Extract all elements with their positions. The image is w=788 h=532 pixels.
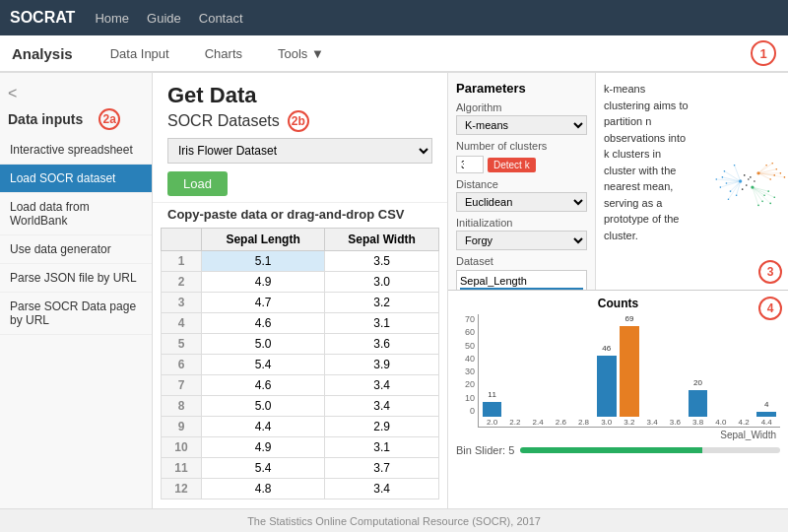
svg-point-36 xyxy=(773,174,775,176)
svg-point-42 xyxy=(767,190,769,192)
svg-point-47 xyxy=(743,174,745,176)
cell-2: 3.5 xyxy=(325,251,439,272)
bar-wrapper: 2.8 xyxy=(572,314,595,427)
svg-point-31 xyxy=(735,194,737,196)
bar-wrapper: 693.2 xyxy=(618,314,640,427)
row-number: 9 xyxy=(162,417,202,437)
row-number: 4 xyxy=(162,313,202,334)
table-row: 15.13.5 xyxy=(162,251,439,272)
bars-container: 112.02.22.42.62.8463.0693.23.43.6203.84.… xyxy=(478,314,780,428)
cell-1: 5.0 xyxy=(202,334,325,355)
svg-point-45 xyxy=(769,203,771,205)
table-row: 104.93.1 xyxy=(162,437,439,458)
footer-text: The Statistics Online Computational Reso… xyxy=(247,515,541,527)
svg-point-48 xyxy=(748,178,750,180)
sidebar-item-spreadsheet[interactable]: Interactive spreadsheet xyxy=(0,136,152,165)
bar-wrapper: 203.8 xyxy=(687,314,709,427)
nav-guide[interactable]: Guide xyxy=(147,11,181,26)
annotation-3: 3 xyxy=(758,260,782,284)
svg-point-29 xyxy=(733,165,735,166)
load-button[interactable]: Load xyxy=(167,171,228,196)
table-row: 74.63.4 xyxy=(162,375,439,396)
svg-line-22 xyxy=(752,187,773,197)
svg-point-34 xyxy=(771,163,773,165)
init-select[interactable]: Forgy xyxy=(456,231,587,250)
cell-1: 4.7 xyxy=(202,293,325,313)
cell-2: 3.4 xyxy=(325,396,439,417)
bar-x-label: 3.6 xyxy=(670,418,681,427)
svg-point-39 xyxy=(765,165,767,166)
cell-2: 3.4 xyxy=(325,479,439,499)
nav-links: Home Guide Contact xyxy=(95,11,242,26)
bar-chart-panel: Counts 70 60 50 40 30 20 10 0 112.02.22.… xyxy=(448,291,788,508)
right-top: Parameters Algorithm K-means Number of c… xyxy=(448,73,788,291)
y-label-70: 70 xyxy=(456,314,475,324)
sidebar-item-worldbank[interactable]: Load data from WorldBank xyxy=(0,193,152,235)
nav-contact[interactable]: Contact xyxy=(199,11,243,26)
col-header-row xyxy=(162,229,202,251)
chart-title: Counts xyxy=(456,297,780,310)
footer: The Statistics Online Computational Reso… xyxy=(0,508,788,532)
tools-tab[interactable]: Tools ▼ xyxy=(270,42,332,65)
y-label-40: 40 xyxy=(456,354,475,364)
y-label-30: 30 xyxy=(456,366,475,376)
bar-wrapper: 3.6 xyxy=(664,314,687,427)
dataset-col-item[interactable]: Sepal_Width xyxy=(460,288,583,290)
clusters-label: Number of clusters xyxy=(456,140,587,152)
bar: 4 xyxy=(756,412,776,417)
params-title: Parameters xyxy=(456,81,587,96)
annotation-2b: 2b xyxy=(288,110,309,132)
table-row: 124.83.4 xyxy=(162,479,439,499)
cell-2: 3.1 xyxy=(325,437,439,458)
nav-home[interactable]: Home xyxy=(95,11,129,26)
clusters-row: Detect k xyxy=(456,156,587,173)
svg-point-49 xyxy=(745,184,747,186)
spreadsheet-table: Sepal Length Sepal Width 15.13.524.93.03… xyxy=(153,228,447,508)
svg-point-28 xyxy=(729,190,731,192)
clusters-input[interactable] xyxy=(456,156,484,173)
bar-value-label: 20 xyxy=(689,378,708,387)
slider-track[interactable] xyxy=(520,447,780,453)
bar-x-label: 4.4 xyxy=(761,418,772,427)
detect-k-button[interactable]: Detect k xyxy=(488,158,536,172)
sidebar-item-json[interactable]: Parse JSON file by URL xyxy=(0,264,152,293)
cell-2: 3.2 xyxy=(325,293,439,313)
bar-wrapper: 3.4 xyxy=(641,314,664,427)
algorithm-select[interactable]: K-means xyxy=(456,115,587,135)
dataset-select-wrapper: Iris Flower Dataset xyxy=(167,138,432,164)
sidebar-item-generator[interactable]: Use data generator xyxy=(0,235,152,264)
bar-x-label: 2.4 xyxy=(532,418,543,427)
row-number: 10 xyxy=(162,437,202,458)
svg-point-51 xyxy=(750,176,752,178)
cell-2: 3.1 xyxy=(325,313,439,334)
distance-select[interactable]: Euclidean xyxy=(456,192,587,212)
bar-wrapper: 463.0 xyxy=(595,314,618,427)
bar-wrapper: 4.0 xyxy=(709,314,732,427)
bar: 46 xyxy=(597,356,617,417)
dataset-dropdown[interactable]: Iris Flower Dataset xyxy=(167,138,432,164)
data-input-tab[interactable]: Data Input xyxy=(102,42,177,65)
bar-value-label: 46 xyxy=(597,344,617,353)
svg-line-11 xyxy=(728,181,740,199)
svg-line-3 xyxy=(724,171,740,181)
col-header-sepal-width: Sepal Width xyxy=(325,229,439,251)
cell-1: 4.6 xyxy=(202,375,325,396)
sidebar-toggle[interactable]: < xyxy=(0,81,152,106)
dataset-col-item[interactable]: Sepal_Length xyxy=(460,274,583,288)
y-label-0: 0 xyxy=(456,406,475,416)
svg-point-27 xyxy=(725,182,727,184)
row-number: 11 xyxy=(162,458,202,479)
cell-2: 2.9 xyxy=(325,417,439,437)
chart-area: 70 60 50 40 30 20 10 0 112.02.22.42.62.8… xyxy=(456,314,780,428)
bar-x-label: 3.4 xyxy=(647,418,658,427)
y-axis: 70 60 50 40 30 20 10 0 xyxy=(456,314,478,428)
distance-label: Distance xyxy=(456,178,587,190)
svg-point-37 xyxy=(769,178,771,180)
svg-line-8 xyxy=(716,179,740,181)
sidebar-item-socr-url[interactable]: Parse SOCR Data page by URL xyxy=(0,293,152,335)
table-row: 44.63.1 xyxy=(162,313,439,334)
bar-wrapper: 44.4 xyxy=(755,314,778,427)
charts-tab[interactable]: Charts xyxy=(197,42,250,65)
sidebar-item-load-socr[interactable]: Load SOCR dataset xyxy=(0,165,152,193)
cell-1: 4.8 xyxy=(202,479,325,499)
